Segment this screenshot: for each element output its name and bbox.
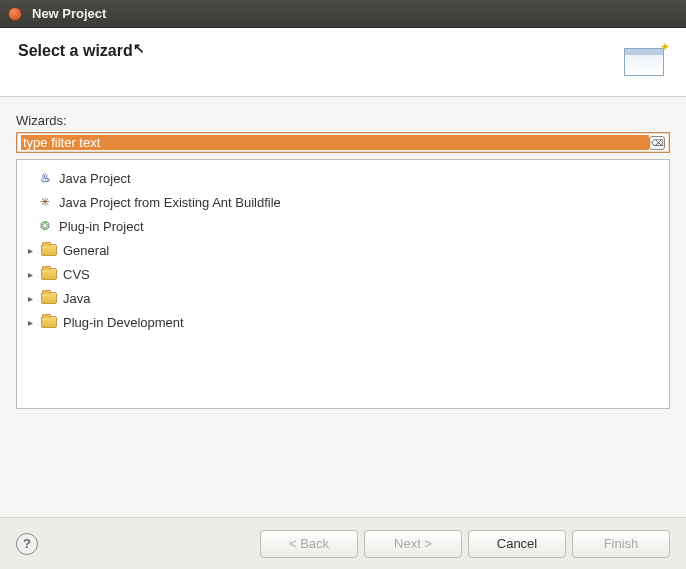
dialog-footer: ? < Back Next > Cancel Finish [0, 517, 686, 569]
folder-icon [41, 316, 57, 328]
wizards-label: Wizards: [16, 113, 670, 128]
filter-placeholder: type filter text [21, 135, 649, 150]
chevron-right-icon[interactable]: ▸ [25, 317, 35, 328]
tree-item-plugin-project[interactable]: ❂ Plug-in Project [23, 214, 663, 238]
chevron-right-icon[interactable]: ▸ [25, 293, 35, 304]
tree-item-java-ant[interactable]: ✳ Java Project from Existing Ant Buildfi… [23, 190, 663, 214]
plugin-icon: ❂ [37, 218, 53, 234]
tree-item-label: Java Project from Existing Ant Buildfile [59, 195, 281, 210]
cursor-icon: ↖ [133, 40, 145, 56]
tree-item-label: CVS [63, 267, 90, 282]
close-icon[interactable] [8, 7, 22, 21]
folder-icon [41, 268, 57, 280]
folder-icon [41, 244, 57, 256]
help-button[interactable]: ? [16, 533, 38, 555]
page-title: Select a wizard ↖ [18, 42, 133, 60]
titlebar: New Project [0, 0, 686, 28]
folder-icon [41, 292, 57, 304]
dialog-header: Select a wizard ↖ ✦ [0, 28, 686, 97]
chevron-right-icon[interactable]: ▸ [25, 245, 35, 256]
ant-icon: ✳ [37, 194, 53, 210]
wizard-icon: ✦ [622, 42, 668, 78]
tree-item-label: General [63, 243, 109, 258]
tree-item-label: Plug-in Project [59, 219, 144, 234]
wizard-tree[interactable]: ♨ Java Project ✳ Java Project from Exist… [16, 159, 670, 409]
back-button[interactable]: < Back [260, 530, 358, 558]
java-project-icon: ♨ [37, 170, 53, 186]
clear-filter-icon[interactable]: ⌫ [649, 136, 665, 150]
tree-folder-general[interactable]: ▸ General [23, 238, 663, 262]
tree-item-label: Java Project [59, 171, 131, 186]
finish-button[interactable]: Finish [572, 530, 670, 558]
chevron-right-icon[interactable]: ▸ [25, 269, 35, 280]
tree-folder-plugin-dev[interactable]: ▸ Plug-in Development [23, 310, 663, 334]
tree-item-label: Plug-in Development [63, 315, 184, 330]
next-button[interactable]: Next > [364, 530, 462, 558]
tree-item-label: Java [63, 291, 90, 306]
tree-item-java-project[interactable]: ♨ Java Project [23, 166, 663, 190]
page-title-text: Select a wizard [18, 42, 133, 59]
tree-folder-java[interactable]: ▸ Java [23, 286, 663, 310]
cancel-button[interactable]: Cancel [468, 530, 566, 558]
filter-input[interactable]: type filter text ⌫ [16, 132, 670, 153]
window-title: New Project [32, 6, 106, 21]
dialog-body: Wizards: type filter text ⌫ ♨ Java Proje… [0, 97, 686, 419]
tree-folder-cvs[interactable]: ▸ CVS [23, 262, 663, 286]
